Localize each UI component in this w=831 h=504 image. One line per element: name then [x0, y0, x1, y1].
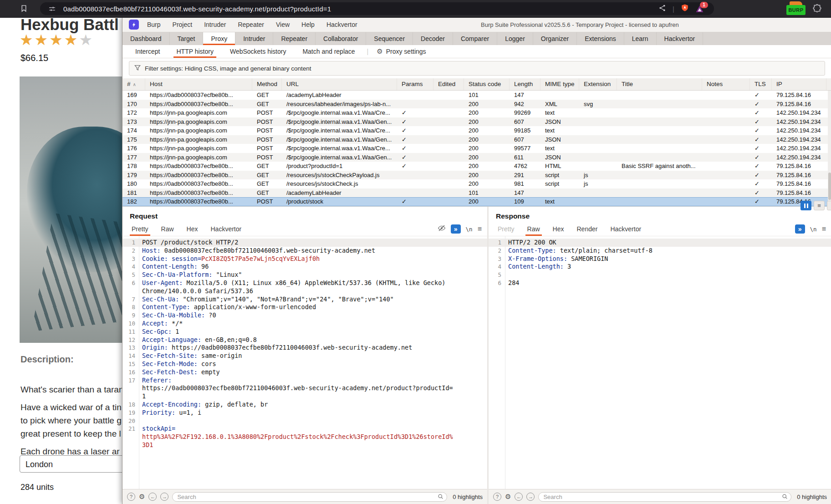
response-tab-hackvertor[interactable]: Hackvertor	[604, 222, 647, 236]
column-header-params[interactable]: Params	[397, 78, 433, 90]
search-icon	[438, 494, 444, 501]
menu-intruder[interactable]: Intruder	[204, 21, 226, 28]
menu-help[interactable]: Help	[301, 21, 315, 28]
column-header-method[interactable]: Method	[252, 78, 282, 90]
wrap-toggle-icon[interactable]: »	[795, 224, 805, 234]
share-icon[interactable]	[658, 4, 666, 14]
tab-decoder[interactable]: Decoder	[413, 32, 453, 45]
table-row[interactable]: 179https://0adb0008037ecfbe80b...GET/res…	[122, 171, 831, 180]
next-match-button[interactable]: →	[526, 493, 535, 501]
subtab-match-and-replace[interactable]: Match and replace	[294, 45, 363, 58]
response-editor[interactable]: 1HTTP/2 200 OK2Content-Type: text/plain;…	[489, 236, 831, 489]
request-tab-pretty[interactable]: Pretty	[125, 222, 155, 236]
menu-burp[interactable]: Burp	[147, 21, 161, 28]
editor-menu-icon[interactable]: ≡	[478, 225, 482, 233]
column-header-notes[interactable]: Notes	[702, 78, 750, 90]
table-row[interactable]: 182https://0adb0008037ecfbe80b...POST/pr…	[122, 197, 831, 206]
table-row[interactable]: 173https://jnn-pa.googleapis.comPOST/$rp…	[122, 117, 831, 127]
request-tab-hackvertor[interactable]: Hackvertor	[204, 222, 248, 236]
column-header-edited[interactable]: Edited	[433, 78, 464, 90]
tab-learn[interactable]: Learn	[624, 32, 657, 45]
subtab-websockets-history[interactable]: WebSockets history	[222, 45, 294, 58]
table-row[interactable]: 180https://0adb0008037ecfbe80b...GET/res…	[122, 179, 831, 188]
table-row[interactable]: 169https://0adb0008037ecfbe80b...GET/aca…	[122, 91, 831, 100]
wrap-toggle-icon[interactable]: »	[451, 224, 461, 234]
column-header-title[interactable]: Title	[617, 78, 702, 90]
tab-repeater[interactable]: Repeater	[273, 32, 316, 45]
table-row[interactable]: 174https://jnn-pa.googleapis.comPOST/$rp…	[122, 126, 831, 135]
pause-updates-button[interactable]	[800, 201, 811, 210]
tab-proxy[interactable]: Proxy	[203, 32, 235, 45]
request-editor[interactable]: 1POST /product/stock HTTP/22Host: 0adb00…	[122, 236, 487, 489]
cell-ext: js	[579, 172, 617, 178]
tab-sequencer[interactable]: Sequencer	[366, 32, 413, 45]
cell-method: GET	[252, 92, 282, 98]
search-settings-icon[interactable]: ⚙	[139, 493, 145, 501]
newline-toggle-icon[interactable]: \n	[466, 226, 473, 233]
column-header-length[interactable]: Length	[510, 78, 540, 90]
tab-collaborator[interactable]: Collaborator	[316, 32, 366, 45]
tab-intruder[interactable]: Intruder	[235, 32, 273, 45]
panel-toggle-button[interactable]: ▮	[827, 201, 831, 210]
response-tab-pretty[interactable]: Pretty	[491, 222, 521, 236]
request-tab-raw[interactable]: Raw	[155, 222, 180, 236]
subtab-http-history[interactable]: HTTP history	[168, 45, 221, 58]
hide-nonprintable-icon[interactable]	[438, 224, 446, 234]
tab-extensions[interactable]: Extensions	[577, 32, 624, 45]
extension-badge-icon[interactable]: 1	[695, 5, 704, 13]
column-header-tls[interactable]: TLS	[750, 78, 772, 90]
proxy-settings-button[interactable]: ⚙ Proxy settings	[372, 45, 430, 58]
column-header--[interactable]: #∧	[122, 78, 145, 90]
column-header-extension[interactable]: Extension	[579, 78, 617, 90]
table-row[interactable]: 170https://0adb0008037ecfbe80b...GET/res…	[122, 100, 831, 109]
prev-match-button[interactable]: ←	[148, 493, 157, 501]
next-match-button[interactable]: →	[160, 493, 168, 501]
column-header-ip[interactable]: IP	[772, 78, 826, 90]
help-icon[interactable]: ?	[493, 493, 501, 501]
request-search-input[interactable]	[172, 492, 447, 502]
request-tab-hex[interactable]: Hex	[180, 222, 204, 236]
table-row[interactable]: 175https://jnn-pa.googleapis.comPOST/$rp…	[122, 135, 831, 144]
bookmark-icon[interactable]	[20, 4, 28, 15]
menu-hackvertor[interactable]: Hackvertor	[326, 21, 357, 28]
newline-toggle-icon[interactable]: \n	[810, 226, 817, 233]
table-row[interactable]: 181https://0adb0008037ecfbe80b...GET/aca…	[122, 188, 831, 198]
filter-text: Filter settings: Hiding CSS, image and g…	[145, 65, 311, 72]
column-header-url[interactable]: URL	[282, 78, 397, 90]
table-row[interactable]: 178https://0adb0008037ecfbe80b...GET/pro…	[122, 162, 831, 171]
extensions-puzzle-icon[interactable]	[812, 4, 822, 15]
tab-logger[interactable]: Logger	[497, 32, 533, 45]
response-tab-raw[interactable]: Raw	[521, 222, 546, 236]
brave-shield-icon[interactable]	[681, 4, 689, 14]
prev-match-button[interactable]: ←	[515, 493, 523, 501]
site-settings-icon[interactable]	[48, 5, 56, 13]
url-text[interactable]: 0adb0008037ecfbe80bf72110046003f.web-sec…	[63, 5, 331, 13]
subtab-intercept[interactable]: Intercept	[127, 45, 168, 58]
menu-view[interactable]: View	[276, 21, 290, 28]
tab-target[interactable]: Target	[170, 32, 204, 45]
editor-menu-icon[interactable]: ≡	[822, 225, 826, 233]
burp-extension-icon[interactable]: BURP	[786, 2, 806, 15]
layout-menu-button[interactable]: ≡	[814, 201, 825, 210]
column-header-host[interactable]: Host	[145, 78, 252, 90]
tab-organizer[interactable]: Organizer	[533, 32, 577, 45]
response-search-input[interactable]	[538, 492, 791, 502]
tab-dashboard[interactable]: Dashboard	[122, 32, 170, 45]
table-row[interactable]: 177https://jnn-pa.googleapis.comPOST/$rp…	[122, 153, 831, 162]
address-bar[interactable]: 0adb0008037ecfbe80bf72110046003f.web-sec…	[40, 2, 714, 15]
tab-hackvertor[interactable]: Hackvertor	[657, 32, 704, 45]
table-row[interactable]: 172https://jnn-pa.googleapis.comPOST/$rp…	[122, 108, 831, 117]
menu-repeater[interactable]: Repeater	[238, 21, 264, 28]
response-tab-render[interactable]: Render	[571, 222, 604, 236]
tab-comparer[interactable]: Comparer	[453, 32, 497, 45]
table-scrollbar[interactable]	[828, 91, 831, 206]
response-tab-hex[interactable]: Hex	[546, 222, 571, 236]
help-icon[interactable]: ?	[127, 493, 135, 501]
column-header-status-code[interactable]: Status code	[464, 78, 510, 90]
column-header-mime-type[interactable]: MIME type	[540, 78, 579, 90]
table-row[interactable]: 176https://jnn-pa.googleapis.comPOST/$rp…	[122, 144, 831, 153]
search-settings-icon[interactable]: ⚙	[505, 493, 511, 501]
cell-method: POST	[252, 109, 282, 116]
menu-project[interactable]: Project	[173, 21, 193, 28]
filter-bar[interactable]: Filter settings: Hiding CSS, image and g…	[129, 61, 825, 76]
